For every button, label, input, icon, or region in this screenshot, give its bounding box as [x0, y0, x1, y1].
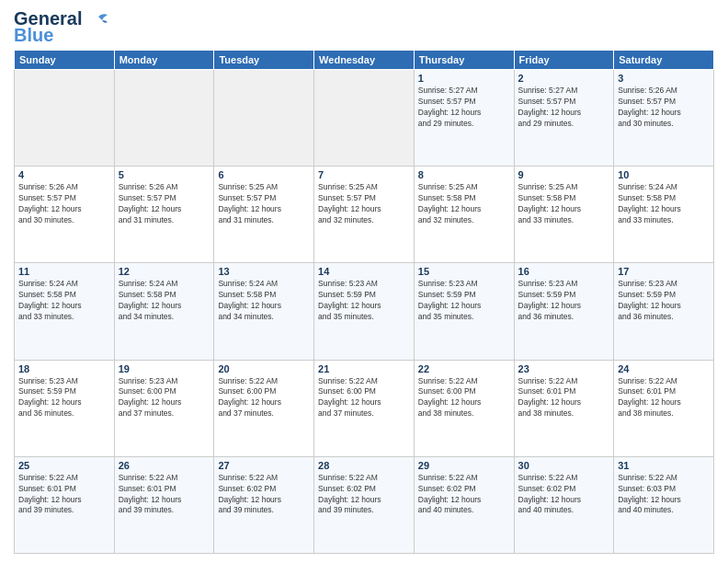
calendar-cell: 6Sunrise: 5:25 AMSunset: 5:57 PMDaylight… — [214, 167, 314, 263]
logo-bird-icon — [89, 13, 109, 28]
day-info: Sunrise: 5:24 AMSunset: 5:58 PMDaylight:… — [218, 279, 310, 323]
day-number: 19 — [119, 363, 210, 374]
calendar-cell: 30Sunrise: 5:22 AMSunset: 6:02 PMDayligh… — [514, 456, 614, 553]
day-number: 11 — [18, 266, 110, 277]
day-number: 3 — [618, 73, 710, 84]
day-number: 12 — [119, 266, 210, 277]
weekday-thursday: Thursday — [414, 51, 514, 70]
day-info: Sunrise: 5:24 AMSunset: 5:58 PMDaylight:… — [119, 279, 210, 323]
calendar-cell: 8Sunrise: 5:25 AMSunset: 5:58 PMDaylight… — [414, 167, 514, 263]
header: General Blue — [14, 9, 714, 44]
calendar-cell — [114, 70, 214, 167]
day-number: 14 — [318, 266, 410, 277]
calendar-cell: 24Sunrise: 5:22 AMSunset: 6:01 PMDayligh… — [614, 360, 714, 456]
logo-blue: Blue — [14, 26, 53, 44]
day-number: 26 — [119, 460, 210, 471]
day-info: Sunrise: 5:26 AMSunset: 5:57 PMDaylight:… — [18, 182, 110, 226]
page: General Blue SundayMondayTuesdayWednesda… — [0, 0, 728, 563]
weekday-friday: Friday — [514, 51, 614, 70]
day-info: Sunrise: 5:24 AMSunset: 5:58 PMDaylight:… — [618, 182, 710, 226]
calendar-cell — [214, 70, 314, 167]
day-info: Sunrise: 5:22 AMSunset: 6:01 PMDaylight:… — [518, 376, 610, 420]
day-info: Sunrise: 5:22 AMSunset: 6:01 PMDaylight:… — [119, 473, 210, 517]
day-info: Sunrise: 5:22 AMSunset: 6:00 PMDaylight:… — [418, 376, 510, 420]
calendar-cell: 9Sunrise: 5:25 AMSunset: 5:58 PMDaylight… — [514, 167, 614, 263]
calendar-cell: 12Sunrise: 5:24 AMSunset: 5:58 PMDayligh… — [114, 263, 214, 360]
calendar-cell: 22Sunrise: 5:22 AMSunset: 6:00 PMDayligh… — [414, 360, 514, 456]
day-number: 9 — [518, 169, 610, 180]
day-number: 27 — [218, 460, 310, 471]
calendar-cell: 3Sunrise: 5:26 AMSunset: 5:57 PMDaylight… — [614, 70, 714, 167]
weekday-sunday: Sunday — [15, 51, 115, 70]
week-row-4: 18Sunrise: 5:23 AMSunset: 5:59 PMDayligh… — [15, 360, 714, 456]
day-number: 6 — [218, 169, 310, 180]
day-info: Sunrise: 5:23 AMSunset: 5:59 PMDaylight:… — [318, 279, 410, 323]
day-info: Sunrise: 5:22 AMSunset: 6:01 PMDaylight:… — [18, 473, 110, 517]
calendar-cell — [314, 70, 415, 167]
day-info: Sunrise: 5:22 AMSunset: 6:02 PMDaylight:… — [318, 473, 410, 517]
weekday-header-row: SundayMondayTuesdayWednesdayThursdayFrid… — [15, 51, 714, 70]
day-number: 23 — [518, 363, 610, 374]
day-number: 24 — [618, 363, 710, 374]
calendar-cell: 27Sunrise: 5:22 AMSunset: 6:02 PMDayligh… — [214, 456, 314, 553]
day-info: Sunrise: 5:22 AMSunset: 6:00 PMDaylight:… — [318, 376, 410, 420]
weekday-saturday: Saturday — [614, 51, 714, 70]
day-info: Sunrise: 5:22 AMSunset: 6:03 PMDaylight:… — [618, 473, 710, 517]
logo: General Blue — [14, 9, 109, 44]
day-number: 13 — [218, 266, 310, 277]
day-number: 4 — [18, 169, 110, 180]
day-info: Sunrise: 5:22 AMSunset: 6:01 PMDaylight:… — [618, 376, 710, 420]
calendar-cell: 25Sunrise: 5:22 AMSunset: 6:01 PMDayligh… — [15, 456, 115, 553]
day-info: Sunrise: 5:22 AMSunset: 6:02 PMDaylight:… — [518, 473, 610, 517]
day-info: Sunrise: 5:27 AMSunset: 5:57 PMDaylight:… — [418, 86, 510, 130]
calendar-cell: 7Sunrise: 5:25 AMSunset: 5:57 PMDaylight… — [314, 167, 415, 263]
day-number: 21 — [318, 363, 410, 374]
day-number: 17 — [618, 266, 710, 277]
calendar-cell: 14Sunrise: 5:23 AMSunset: 5:59 PMDayligh… — [314, 263, 415, 360]
weekday-wednesday: Wednesday — [314, 51, 415, 70]
week-row-2: 4Sunrise: 5:26 AMSunset: 5:57 PMDaylight… — [15, 167, 714, 263]
calendar-cell: 26Sunrise: 5:22 AMSunset: 6:01 PMDayligh… — [114, 456, 214, 553]
day-info: Sunrise: 5:27 AMSunset: 5:57 PMDaylight:… — [518, 86, 610, 130]
day-info: Sunrise: 5:23 AMSunset: 6:00 PMDaylight:… — [119, 376, 210, 420]
day-info: Sunrise: 5:25 AMSunset: 5:58 PMDaylight:… — [518, 182, 610, 226]
calendar-cell: 20Sunrise: 5:22 AMSunset: 6:00 PMDayligh… — [214, 360, 314, 456]
calendar-cell: 13Sunrise: 5:24 AMSunset: 5:58 PMDayligh… — [214, 263, 314, 360]
day-info: Sunrise: 5:22 AMSunset: 6:00 PMDaylight:… — [218, 376, 310, 420]
calendar-cell: 28Sunrise: 5:22 AMSunset: 6:02 PMDayligh… — [314, 456, 415, 553]
day-info: Sunrise: 5:25 AMSunset: 5:57 PMDaylight:… — [318, 182, 410, 226]
calendar-cell: 17Sunrise: 5:23 AMSunset: 5:59 PMDayligh… — [614, 263, 714, 360]
day-info: Sunrise: 5:23 AMSunset: 5:59 PMDaylight:… — [618, 279, 710, 323]
calendar-cell: 23Sunrise: 5:22 AMSunset: 6:01 PMDayligh… — [514, 360, 614, 456]
day-info: Sunrise: 5:25 AMSunset: 5:57 PMDaylight:… — [218, 182, 310, 226]
calendar-cell: 10Sunrise: 5:24 AMSunset: 5:58 PMDayligh… — [614, 167, 714, 263]
day-number: 22 — [418, 363, 510, 374]
calendar-cell: 31Sunrise: 5:22 AMSunset: 6:03 PMDayligh… — [614, 456, 714, 553]
day-number: 20 — [218, 363, 310, 374]
day-info: Sunrise: 5:26 AMSunset: 5:57 PMDaylight:… — [618, 86, 710, 130]
calendar-cell: 16Sunrise: 5:23 AMSunset: 5:59 PMDayligh… — [514, 263, 614, 360]
calendar-cell: 1Sunrise: 5:27 AMSunset: 5:57 PMDaylight… — [414, 70, 514, 167]
day-info: Sunrise: 5:26 AMSunset: 5:57 PMDaylight:… — [119, 182, 210, 226]
calendar-cell: 18Sunrise: 5:23 AMSunset: 5:59 PMDayligh… — [15, 360, 115, 456]
day-number: 28 — [318, 460, 410, 471]
weekday-monday: Monday — [114, 51, 214, 70]
day-number: 29 — [418, 460, 510, 471]
day-number: 10 — [618, 169, 710, 180]
calendar-cell: 4Sunrise: 5:26 AMSunset: 5:57 PMDaylight… — [15, 167, 115, 263]
week-row-5: 25Sunrise: 5:22 AMSunset: 6:01 PMDayligh… — [15, 456, 714, 553]
calendar-cell: 21Sunrise: 5:22 AMSunset: 6:00 PMDayligh… — [314, 360, 415, 456]
calendar-cell: 19Sunrise: 5:23 AMSunset: 6:00 PMDayligh… — [114, 360, 214, 456]
day-number: 16 — [518, 266, 610, 277]
day-number: 2 — [518, 73, 610, 84]
calendar-table: SundayMondayTuesdayWednesdayThursdayFrid… — [14, 50, 714, 554]
calendar-cell — [15, 70, 115, 167]
calendar-cell: 29Sunrise: 5:22 AMSunset: 6:02 PMDayligh… — [414, 456, 514, 553]
week-row-1: 1Sunrise: 5:27 AMSunset: 5:57 PMDaylight… — [15, 70, 714, 167]
day-number: 30 — [518, 460, 610, 471]
day-info: Sunrise: 5:25 AMSunset: 5:58 PMDaylight:… — [418, 182, 510, 226]
week-row-3: 11Sunrise: 5:24 AMSunset: 5:58 PMDayligh… — [15, 263, 714, 360]
day-number: 1 — [418, 73, 510, 84]
weekday-tuesday: Tuesday — [214, 51, 314, 70]
day-number: 15 — [418, 266, 510, 277]
